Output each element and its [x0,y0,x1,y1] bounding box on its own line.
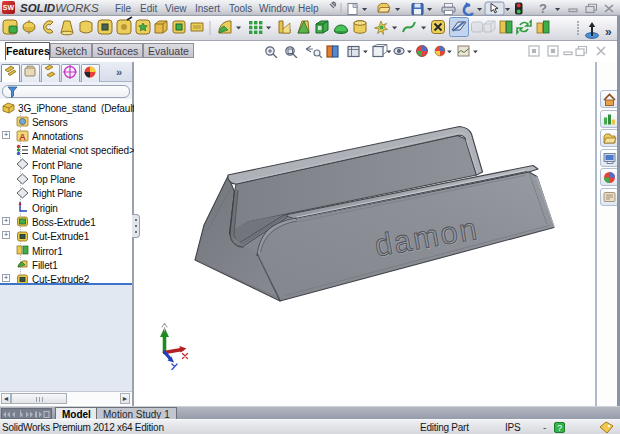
svg-text:»: » [605,25,612,39]
svg-text:A: A [19,131,26,141]
svg-text:?: ? [539,1,547,16]
svg-text:»: » [116,66,122,78]
